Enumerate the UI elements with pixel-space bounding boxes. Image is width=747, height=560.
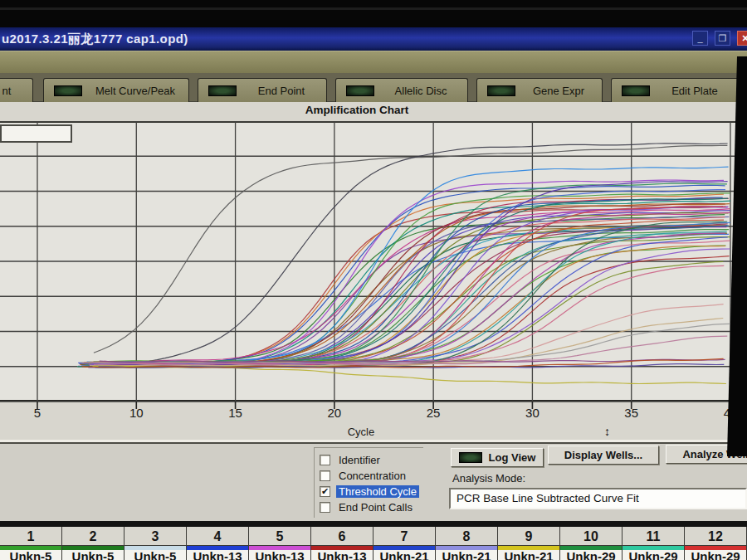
tab-label: Allelic Disc: [374, 85, 467, 97]
table-separator: [0, 521, 747, 527]
control-panel: IdentifierConcentration✔Threshold CycleE…: [0, 444, 747, 521]
amplification-curve: [88, 237, 730, 364]
column-number[interactable]: 9: [498, 527, 559, 546]
x-tick-label: 30: [518, 406, 546, 420]
checkbox-label: Concentration: [336, 470, 408, 482]
checkbox-checked-icon[interactable]: ✔: [320, 486, 330, 497]
tab-label: Edit Plate: [650, 85, 740, 97]
tab-label: nt: [0, 85, 32, 97]
checkbox-label: End Point Calls: [336, 501, 415, 514]
tab-bar: ntMelt Curve/PeakEnd PointAllelic DiscGe…: [0, 73, 747, 102]
plate-column: 3Unkn-5: [124, 527, 187, 560]
monitor-bezel-top: [0, 0, 747, 27]
x-tick-label: 35: [618, 406, 646, 420]
plate-table: 1Unkn-52Unkn-53Unkn-54Unkn-135Unkn-136Un…: [0, 527, 747, 560]
plate-column: 1Unkn-5: [0, 527, 62, 560]
column-number[interactable]: 6: [311, 527, 373, 546]
checkbox-label: Identifier: [336, 454, 383, 466]
window-titlebar: u2017.3.21丽龙1777 cap1.opd) _ ❐ ✕: [0, 27, 747, 51]
tab-allelic-disc[interactable]: Allelic Disc: [335, 78, 468, 102]
well-cell[interactable]: Unkn-29: [560, 550, 622, 560]
amplification-curve: [85, 227, 726, 364]
display-wells-label: Display Wells...: [564, 449, 642, 461]
checkbox-row-identifier[interactable]: Identifier: [320, 453, 383, 467]
chart-title: Amplification Chart: [0, 104, 714, 116]
column-number[interactable]: 11: [622, 527, 684, 546]
amplification-curve: [98, 261, 724, 367]
display-wells-button[interactable]: Display Wells...: [548, 446, 659, 465]
well-cell[interactable]: Unkn-29: [685, 550, 746, 560]
tab-label: Gene Expr: [515, 85, 602, 97]
plate-column: 10Unkn-29: [560, 527, 622, 560]
plate-column: 12Unkn-29: [685, 527, 747, 560]
display-options-group: IdentifierConcentration✔Threshold CycleE…: [314, 447, 423, 518]
well-cell[interactable]: Unkn-21: [436, 550, 497, 560]
tab-led-icon: [346, 85, 374, 96]
tab-edit-plate[interactable]: Edit Plate: [611, 78, 740, 102]
plate-column: 7Unkn-21: [374, 527, 436, 560]
analysis-mode-label: Analysis Mode:: [452, 472, 525, 485]
x-tick-label: 25: [419, 406, 447, 420]
tab-label: Melt Curve/Peak: [82, 85, 188, 97]
tab-melt-curve-peak[interactable]: Melt Curve/Peak: [43, 78, 189, 102]
plate-column: 8Unkn-21: [436, 527, 498, 560]
well-cell[interactable]: Unkn-5: [124, 550, 186, 560]
column-number[interactable]: 12: [685, 527, 746, 546]
checkbox-icon[interactable]: [320, 470, 330, 481]
checkbox-row-end-point-calls[interactable]: End Point Calls: [320, 500, 415, 514]
tab-led-icon: [487, 85, 515, 96]
well-cell[interactable]: Unkn-21: [498, 550, 559, 560]
amplification-curve: [89, 249, 730, 365]
column-number[interactable]: 5: [249, 527, 310, 546]
tab-end-point[interactable]: End Point: [198, 78, 327, 102]
application-window: u2017.3.21丽龙1777 cap1.opd) _ ❐ ✕ ntMelt …: [0, 0, 747, 560]
checkbox-icon[interactable]: [320, 455, 330, 465]
legend-box[interactable]: [0, 124, 72, 143]
tab-led-icon: [54, 85, 82, 96]
column-number[interactable]: 4: [187, 527, 248, 546]
analysis-mode-dropdown[interactable]: PCR Base Line Subtracted Curve Fit: [449, 488, 747, 509]
column-number[interactable]: 8: [436, 527, 497, 546]
x-tick-label: 20: [320, 406, 349, 420]
tab-quant-partial[interactable]: nt: [0, 78, 33, 102]
menu-bar: [0, 51, 747, 73]
bezel-line: [0, 7, 747, 10]
checkbox-icon[interactable]: [320, 502, 330, 513]
column-number[interactable]: 2: [62, 527, 124, 546]
amplification-curve: [94, 233, 727, 363]
column-number[interactable]: 7: [374, 527, 435, 546]
tab-led-icon: [622, 85, 650, 96]
splitter-handle-icon[interactable]: ↕: [604, 425, 610, 438]
window-controls: _ ❐ ✕: [692, 31, 747, 46]
amplification-curve: [78, 222, 728, 368]
amplification-curves: [0, 121, 741, 413]
column-number[interactable]: 3: [124, 527, 186, 546]
well-cell[interactable]: Unkn-13: [187, 550, 248, 560]
tab-label: End Point: [237, 85, 326, 97]
well-cell[interactable]: Unkn-13: [249, 550, 310, 560]
well-cell[interactable]: Unkn-5: [62, 550, 124, 560]
checkbox-row-threshold-cycle[interactable]: ✔Threshold Cycle: [320, 485, 419, 499]
minimize-button[interactable]: _: [692, 31, 708, 46]
plate-column: 11Unkn-29: [622, 527, 685, 560]
maximize-button[interactable]: ❐: [715, 31, 730, 46]
checkbox-label: Threshold Cycle: [336, 485, 419, 498]
well-cell[interactable]: Unkn-29: [622, 550, 684, 560]
x-tick-label: 10: [122, 406, 150, 420]
well-cell[interactable]: Unkn-13: [311, 550, 373, 560]
amplification-chart[interactable]: 510152025303540 Cycle: [0, 121, 741, 413]
well-cell[interactable]: Unkn-21: [374, 550, 435, 560]
well-cell[interactable]: Unkn-5: [0, 550, 61, 560]
column-number[interactable]: 1: [0, 527, 61, 546]
amplification-curve: [92, 233, 725, 364]
plate-column: 2Unkn-5: [62, 527, 124, 560]
plate-column: 6Unkn-13: [311, 527, 374, 560]
window-title: u2017.3.21丽龙1777 cap1.opd): [0, 32, 188, 47]
close-button[interactable]: ✕: [737, 31, 747, 46]
column-number[interactable]: 10: [560, 527, 622, 546]
tab-led-icon: [208, 85, 237, 96]
checkbox-row-concentration[interactable]: Concentration: [320, 469, 408, 483]
plate-column: 9Unkn-21: [498, 527, 560, 560]
tab-gene-expr[interactable]: Gene Expr: [476, 78, 603, 102]
log-view-button[interactable]: Log View: [451, 448, 544, 467]
